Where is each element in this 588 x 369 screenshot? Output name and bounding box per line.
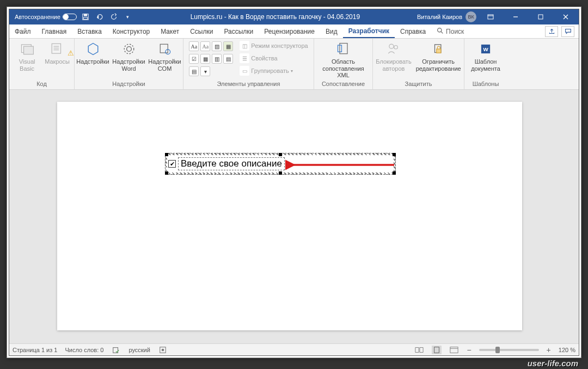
word-addins-button[interactable]: Надстройки Word (113, 41, 145, 72)
checkbox-control[interactable]: ✔ (168, 160, 176, 168)
restrict-editing-button[interactable]: Ограничить редактирование (416, 41, 461, 72)
content-control-placeholder[interactable]: Введите свое описание (178, 157, 285, 170)
legacy-control-icon[interactable]: ▾ (200, 66, 210, 76)
page[interactable]: ✔ Введите свое описание (57, 102, 522, 330)
richtext-control-icon[interactable]: Aa (189, 41, 199, 51)
tab-design[interactable]: Конструктор (107, 24, 155, 38)
visual-basic-icon (19, 41, 35, 57)
undo-icon[interactable] (94, 11, 105, 22)
group-protect-label: Защитить (377, 79, 460, 88)
tab-review[interactable]: Рецензирование (259, 24, 320, 38)
warning-icon: ⚠ (68, 50, 74, 58)
share-button[interactable] (545, 26, 558, 37)
avatar[interactable]: ВК (465, 11, 476, 22)
read-mode-icon[interactable] (414, 346, 424, 354)
search-box[interactable]: Поиск (431, 24, 469, 38)
block-authors-icon (385, 41, 402, 57)
ribbon-display-icon[interactable] (480, 9, 501, 24)
restrict-editing-label: Ограничить редактирование (416, 58, 461, 72)
tab-layout[interactable]: Макет (155, 24, 185, 38)
properties-button[interactable]: ☰Свойства (240, 53, 308, 63)
design-mode-button[interactable]: ◫Режим конструктора (240, 41, 308, 51)
print-layout-icon[interactable] (432, 346, 442, 354)
status-language[interactable]: русский (128, 347, 150, 353)
minimize-button[interactable] (505, 9, 526, 24)
doc-template-button[interactable]: W Шаблон документа (469, 41, 503, 72)
xml-mapping-button[interactable]: Область сопоставления XML (318, 41, 368, 79)
svg-rect-12 (23, 46, 33, 54)
search-label: Поиск (446, 28, 464, 35)
gear-icon (121, 41, 137, 57)
group-mapping-label: Сопоставление (318, 79, 368, 88)
tab-view[interactable]: Вид (320, 24, 343, 38)
combobox-control-icon[interactable]: ▦ (200, 54, 210, 64)
date-control-icon[interactable]: ▤ (223, 54, 233, 64)
zoom-out-button[interactable]: − (467, 346, 471, 354)
ribbon: Visual Basic Макросы ⚠ Код Надстройки На… (9, 39, 579, 90)
web-layout-icon[interactable] (449, 346, 459, 354)
svg-point-17 (126, 47, 131, 52)
checkbox-control-icon[interactable]: ☑ (189, 54, 199, 64)
visual-basic-label: Visual Basic (14, 58, 40, 72)
macros-button[interactable]: Макросы ⚠ (45, 41, 70, 65)
tab-developer[interactable]: Разработчик (343, 24, 395, 38)
tab-help[interactable]: Справка (395, 24, 431, 38)
zoom-in-button[interactable]: + (547, 346, 551, 354)
document-area[interactable]: ✔ Введите свое описание (9, 90, 579, 343)
xml-mapping-label: Область сопоставления XML (318, 58, 368, 79)
svg-line-10 (441, 32, 443, 33)
addins-icon (85, 41, 101, 57)
group-button[interactable]: ▭Группировать ▾ (240, 66, 308, 76)
status-page[interactable]: Страница 1 из 1 (13, 347, 57, 353)
tab-insert[interactable]: Вставка (72, 24, 107, 38)
macro-rec-icon[interactable] (158, 346, 168, 354)
autosave-toggle[interactable]: Автосохранение (15, 14, 77, 20)
tab-home[interactable]: Главная (36, 24, 72, 38)
com-addins-icon (157, 41, 173, 57)
status-words[interactable]: Число слов: 0 (65, 347, 103, 353)
save-icon[interactable] (80, 11, 91, 22)
qat-customize-icon[interactable]: ▾ (122, 11, 133, 22)
svg-point-18 (124, 44, 134, 54)
zoom-level[interactable]: 120 % (559, 347, 575, 353)
zoom-slider[interactable] (479, 349, 539, 351)
properties-icon: ☰ (240, 53, 249, 63)
addins-button[interactable]: Надстройки (77, 41, 109, 65)
addins-label: Надстройки (76, 58, 109, 65)
svg-rect-3 (488, 15, 493, 19)
picture-control-icon[interactable]: ▨ (212, 41, 222, 51)
status-bar: Страница 1 из 1 Число слов: 0 русский − … (9, 343, 579, 355)
xml-mapping-icon (335, 41, 352, 57)
repeating-control-icon[interactable]: ▤ (189, 66, 199, 76)
block-authors-label: Блокировать авторов (376, 58, 411, 72)
svg-point-9 (438, 28, 442, 32)
comments-button[interactable] (561, 26, 574, 37)
com-addins-label: Надстройки COM (148, 58, 181, 72)
svg-rect-33 (434, 347, 439, 353)
tab-mailings[interactable]: Рассылки (218, 24, 259, 38)
com-addins-button[interactable]: Надстройки COM (149, 41, 181, 72)
plaintext-control-icon[interactable]: Aa (200, 41, 210, 51)
buildingblock-control-icon[interactable]: ▦ (223, 41, 233, 51)
spellcheck-icon[interactable] (111, 346, 121, 354)
visual-basic-button[interactable]: Visual Basic (14, 41, 40, 72)
watermark: user-life.com (528, 359, 578, 368)
tab-references[interactable]: Ссылки (185, 24, 218, 38)
tab-file[interactable]: Файл (9, 24, 36, 38)
group-addins-label: Надстройки (79, 79, 179, 88)
window-title: Lumpics.ru - Как в Ворде поставить галоч… (133, 13, 417, 21)
user-name[interactable]: Виталий Каиров (417, 14, 462, 20)
maximize-button[interactable] (530, 9, 552, 24)
svg-point-24 (394, 46, 398, 50)
svg-rect-13 (52, 44, 60, 53)
macros-icon (49, 41, 65, 57)
redo-icon[interactable] (108, 11, 119, 22)
word-icon: W (477, 41, 494, 57)
svg-text:W: W (483, 46, 488, 52)
ribbon-tabs: Файл Главная Вставка Конструктор Макет С… (9, 24, 579, 39)
group-controls-label: Элементы управления (188, 79, 309, 88)
dropdown-control-icon[interactable]: ▥ (212, 54, 222, 64)
block-authors-button[interactable]: Блокировать авторов (376, 41, 411, 72)
autosave-label: Автосохранение (15, 14, 60, 20)
close-button[interactable] (555, 9, 577, 24)
